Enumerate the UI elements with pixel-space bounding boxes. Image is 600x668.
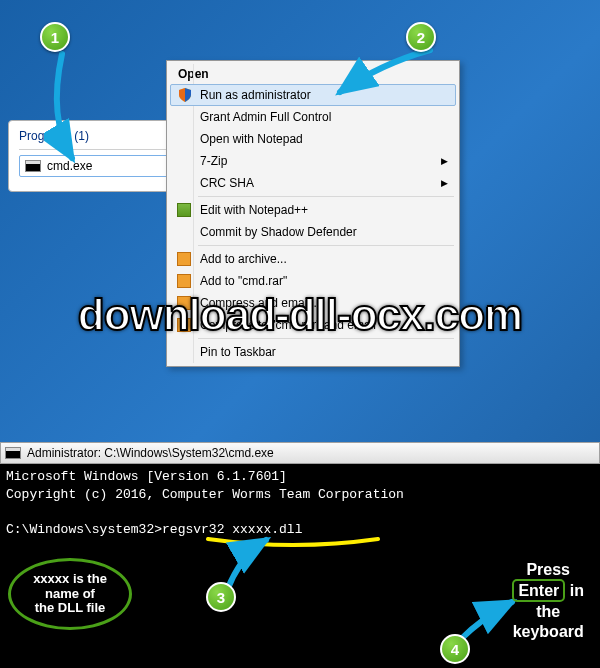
- blank-icon: [176, 153, 192, 169]
- menu-separator: [198, 338, 454, 339]
- yellow-underline-annotation: [206, 536, 380, 546]
- menu-separator: [198, 196, 454, 197]
- cmd-icon: [25, 160, 41, 172]
- book-icon: [176, 295, 192, 311]
- cmd-window: Administrator: C:\Windows\System32\cmd.e…: [0, 442, 600, 668]
- context-menu: Open Run as administratorGrant Admin Ful…: [166, 60, 460, 367]
- blank-icon: [176, 131, 192, 147]
- cmd-titlebar-icon: [5, 447, 21, 459]
- menu-item-label: Add to archive...: [200, 252, 287, 266]
- step-badge-2: 2: [406, 22, 436, 52]
- menu-item-label: Add to "cmd.rar": [200, 274, 287, 288]
- menu-item[interactable]: Compress to "cmd.rar" and email: [170, 314, 456, 336]
- cmd-body[interactable]: Microsoft Windows [Version 6.1.7601] Cop…: [0, 464, 600, 542]
- menu-item[interactable]: Edit with Notepad++: [170, 199, 456, 221]
- menu-item-label: Pin to Taskbar: [200, 345, 276, 359]
- cmd-line-blank: [6, 503, 594, 521]
- program-item-label: cmd.exe: [47, 159, 92, 173]
- menu-item[interactable]: Grant Admin Full Control: [170, 106, 456, 128]
- blank-icon: [176, 344, 192, 360]
- menu-item[interactable]: Add to "cmd.rar": [170, 270, 456, 292]
- menu-item-label: Commit by Shadow Defender: [200, 225, 357, 239]
- cmd-line-1: Microsoft Windows [Version 6.1.7601]: [6, 468, 594, 486]
- menu-item-label: 7-Zip: [200, 154, 227, 168]
- book-icon: [176, 317, 192, 333]
- annotation-dll-name: xxxxx is the name of the DLL file: [8, 558, 132, 630]
- cmd-title-text: Administrator: C:\Windows\System32\cmd.e…: [27, 446, 274, 460]
- menu-item-label: CRC SHA: [200, 176, 254, 190]
- menu-item[interactable]: 7-Zip▶: [170, 150, 456, 172]
- step-badge-1: 1: [40, 22, 70, 52]
- menu-item[interactable]: Compress and email...: [170, 292, 456, 314]
- cmd-titlebar[interactable]: Administrator: C:\Windows\System32\cmd.e…: [0, 442, 600, 464]
- book-icon: [176, 273, 192, 289]
- menu-item[interactable]: Add to archive...: [170, 248, 456, 270]
- menu-item[interactable]: Open with Notepad: [170, 128, 456, 150]
- menu-item[interactable]: Commit by Shadow Defender: [170, 221, 456, 243]
- enter-key-highlight: Enter: [512, 579, 565, 602]
- menu-item-label: Compress and email...: [200, 296, 320, 310]
- menu-item-label: Edit with Notepad++: [200, 203, 308, 217]
- menu-item-label: Open with Notepad: [200, 132, 303, 146]
- menu-item[interactable]: CRC SHA▶: [170, 172, 456, 194]
- submenu-arrow-icon: ▶: [441, 178, 448, 188]
- menu-item-label: Run as administrator: [200, 88, 311, 102]
- blank-icon: [176, 224, 192, 240]
- step-badge-4: 4: [440, 634, 470, 664]
- blank-icon: [176, 175, 192, 191]
- annotation-line: in: [570, 582, 584, 599]
- annotation-press-enter: Press Enter in the keyboard: [512, 560, 584, 641]
- np-icon: [176, 202, 192, 218]
- cmd-line-2: Copyright (c) 2016, Computer Worms Team …: [6, 486, 594, 504]
- menu-item[interactable]: Run as administrator: [170, 84, 456, 106]
- annotation-line: name of: [45, 587, 95, 602]
- annotation-line: keyboard: [512, 622, 584, 641]
- annotation-line: the: [512, 602, 584, 621]
- submenu-arrow-icon: ▶: [441, 156, 448, 166]
- menu-item-label: Grant Admin Full Control: [200, 110, 331, 124]
- annotation-line: the DLL file: [35, 601, 106, 616]
- context-menu-header[interactable]: Open: [170, 64, 456, 84]
- menu-item[interactable]: Pin to Taskbar: [170, 341, 456, 363]
- step-badge-3: 3: [206, 582, 236, 612]
- annotation-line: xxxxx is the: [33, 572, 107, 587]
- shield-icon: [177, 87, 193, 103]
- menu-item-label: Compress to "cmd.rar" and email: [200, 318, 376, 332]
- annotation-line: Press: [512, 560, 584, 579]
- book-icon: [176, 251, 192, 267]
- menu-separator: [198, 245, 454, 246]
- blank-icon: [176, 109, 192, 125]
